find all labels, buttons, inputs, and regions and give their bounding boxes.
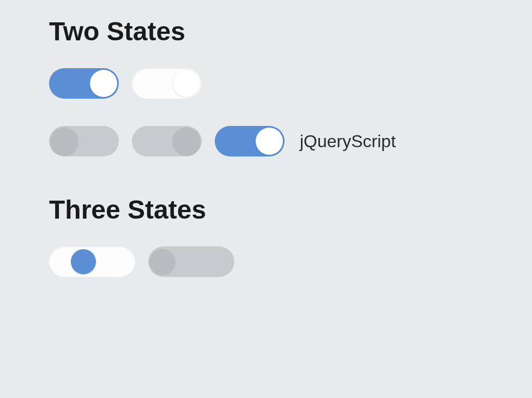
two-states-row-2: jQueryScript (49, 126, 483, 156)
toggle-thumb (150, 249, 175, 274)
two-states-heading: Two States (49, 16, 483, 46)
toggle-thumb (51, 128, 78, 155)
three-state-toggle-middle[interactable] (49, 246, 135, 277)
toggle-switch-off-white[interactable] (132, 68, 202, 99)
toggle-thumb (71, 249, 96, 274)
two-states-row-1 (49, 68, 483, 99)
toggle-thumb (173, 128, 200, 155)
toggle-label: jQueryScript (300, 131, 396, 152)
three-states-row-1 (49, 246, 483, 277)
toggle-switch-on[interactable] (49, 68, 119, 99)
toggle-switch-disabled-right[interactable] (132, 126, 202, 156)
three-state-toggle-off[interactable] (148, 246, 234, 277)
three-states-heading: Three States (49, 195, 483, 225)
toggle-switch-on-labeled[interactable] (215, 126, 285, 156)
toggle-switch-disabled-left[interactable] (49, 126, 119, 156)
toggle-thumb (173, 70, 200, 97)
toggle-thumb (90, 70, 117, 97)
toggle-thumb (256, 128, 283, 155)
